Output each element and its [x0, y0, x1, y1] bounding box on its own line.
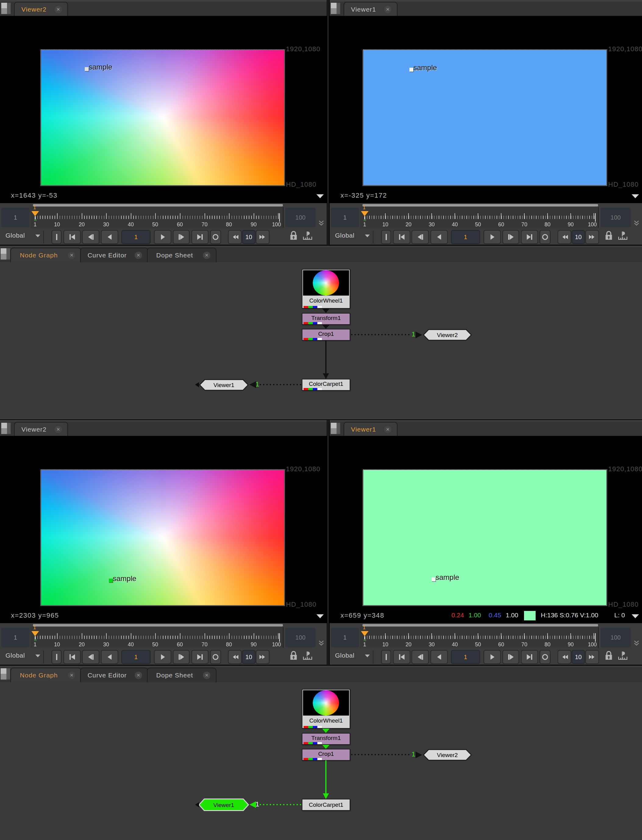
- svg-text:Viewer2: Viewer2: [437, 752, 457, 758]
- svg-text:Viewer2: Viewer2: [437, 332, 457, 338]
- svg-text:Viewer1: Viewer1: [213, 382, 234, 388]
- svg-text:Viewer1: Viewer1: [213, 802, 234, 808]
